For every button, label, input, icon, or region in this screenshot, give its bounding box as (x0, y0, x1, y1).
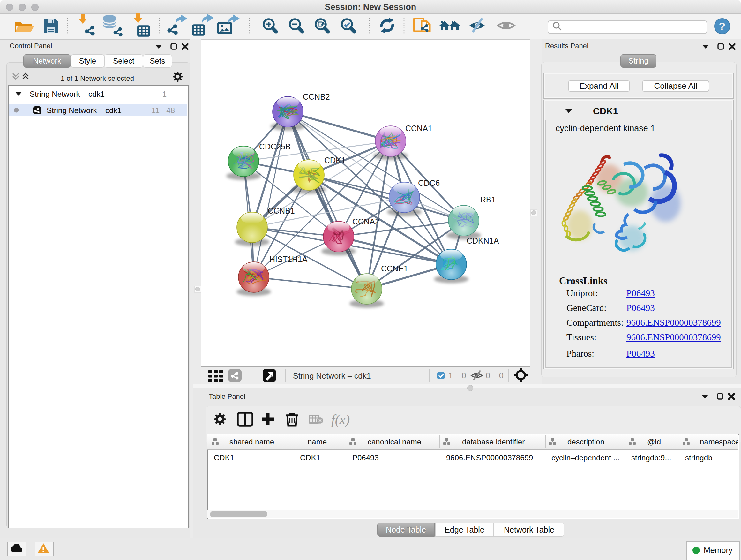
svg-text:P06493: P06493 (352, 453, 379, 462)
svg-text:9606.ENSP00000378699: 9606.ENSP00000378699 (446, 453, 533, 462)
svg-text:name: name (308, 437, 327, 446)
svg-text:f(x): f(x) (331, 412, 350, 427)
svg-text:description: description (567, 437, 604, 446)
svg-text:shared name: shared name (229, 437, 274, 446)
svg-text:CDK1: CDK1 (300, 453, 320, 462)
svg-text:namespace: namespace (700, 437, 738, 446)
svg-text:@id: @id (647, 437, 661, 446)
svg-text:stringdb: stringdb (685, 453, 712, 462)
svg-text:canonical name: canonical name (367, 437, 421, 446)
svg-text:cyclin–dependent ...: cyclin–dependent ... (551, 453, 619, 462)
svg-text:CDK1: CDK1 (214, 453, 234, 462)
svg-text:database identifier: database identifier (462, 437, 525, 446)
svg-text:stringdb:9...: stringdb:9... (631, 453, 671, 462)
